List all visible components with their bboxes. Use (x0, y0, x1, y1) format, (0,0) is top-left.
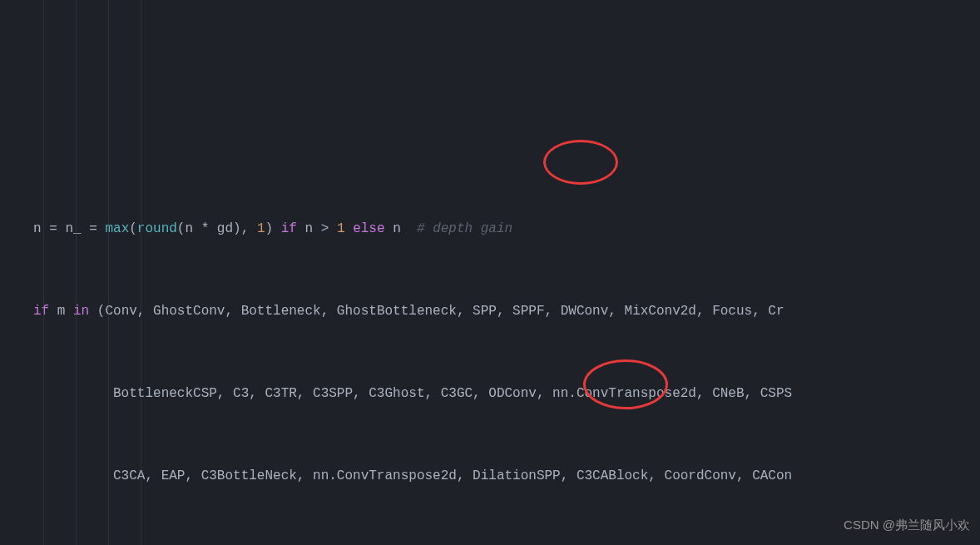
code-editor-viewport[interactable]: n = n_ = max(round(n * gd), 1) if n > 1 … (0, 0, 980, 545)
annotation-circle-1 (543, 140, 618, 185)
watermark: CSDN @弗兰随风小欢 (844, 511, 970, 538)
code-line[interactable]: BottleneckCSP, C3, C3TR, C3SPP, C3Ghost,… (33, 380, 980, 408)
code-line[interactable]: if m in (Conv, GhostConv, Bottleneck, Gh… (33, 298, 980, 325)
code-line[interactable]: n = n_ = max(round(n * gd), 1) if n > 1 … (33, 216, 980, 243)
code-line[interactable]: C3CA, EAP, C3BottleNeck, nn.ConvTranspos… (33, 463, 980, 490)
